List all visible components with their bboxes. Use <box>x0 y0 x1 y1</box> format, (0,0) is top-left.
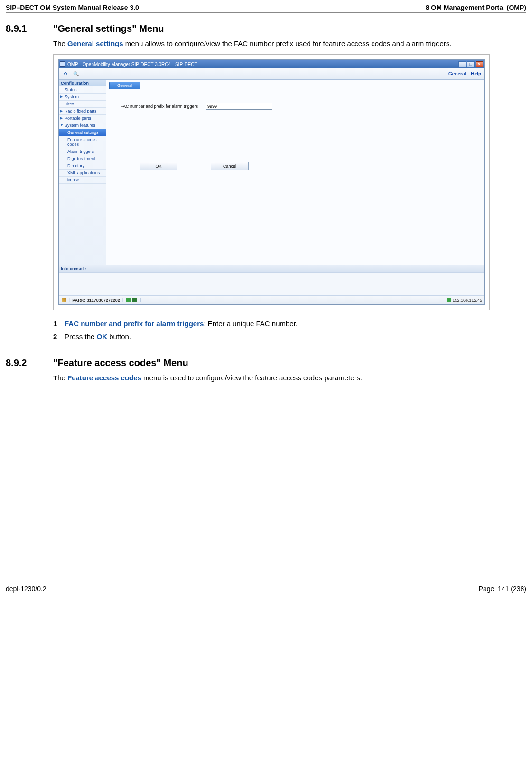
pencil-icon <box>62 298 66 302</box>
tab-general[interactable]: General <box>109 82 140 89</box>
step-num: 2 <box>53 332 65 340</box>
heading-text: "General settings" Menu <box>53 23 164 34</box>
sidebar-item-portable[interactable]: ▶Portable parts <box>59 115 106 122</box>
chevron-down-icon: ▼ <box>60 123 64 127</box>
sidebar-item-fac[interactable]: Feature access codes <box>59 136 106 148</box>
step-bold: OK <box>97 332 108 340</box>
close-button[interactable]: × <box>476 61 483 67</box>
sidebar-header: Configuration <box>59 80 106 86</box>
sidebar-item-xml[interactable]: XML applications <box>59 170 106 177</box>
step-text: : Enter a unique FAC number. <box>204 320 298 328</box>
sidebar-item-label: System <box>65 94 79 99</box>
statusbar: | PARK: 31178307272202 | | 152.166.112.4… <box>59 296 484 304</box>
status-ip: 152.166.112.45 <box>452 298 482 302</box>
intro-bold: Feature access codes <box>67 374 141 382</box>
chevron-right-icon: ▶ <box>60 94 63 99</box>
footer-left: depl-1230/0.2 <box>6 585 47 593</box>
step-1: 1 FAC number and prefix for alarm trigge… <box>53 320 507 328</box>
status-park: PARK: 31178307272202 <box>72 298 120 302</box>
sidebar-item-label: System features <box>65 123 95 128</box>
sidebar-item-status[interactable]: Status <box>59 86 106 94</box>
window-title: OMP - OpenMobility Manager SIP-DECT 3.0R… <box>67 62 457 67</box>
fac-input[interactable] <box>206 103 272 110</box>
section-intro: The General settings menu allows to conf… <box>53 39 507 48</box>
heading-8-9-2: 8.9.2 "Feature access codes" Menu <box>6 358 526 368</box>
sidebar-item-general-settings[interactable]: General settings <box>59 129 106 136</box>
info-console-body <box>59 272 484 296</box>
toolbar: ✿ 🔍 General Help <box>59 68 484 80</box>
intro-bold: General settings <box>67 39 123 47</box>
heading-8-9-1: 8.9.1 "General settings" Menu <box>6 23 526 34</box>
toolbar-link-general[interactable]: General <box>448 71 466 76</box>
sidebar-item-radio[interactable]: ▶Radio fixed parts <box>59 108 106 115</box>
step-list: 1 FAC number and prefix for alarm trigge… <box>53 320 507 340</box>
screenshot-frame: OMP - OpenMobility Manager SIP-DECT 3.0R… <box>53 54 490 310</box>
heading-num: 8.9.1 <box>6 23 53 34</box>
minimize-button[interactable]: _ <box>458 61 466 67</box>
chevron-right-icon: ▶ <box>60 109 63 113</box>
search-icon[interactable]: 🔍 <box>72 70 80 78</box>
network-icon <box>447 298 451 302</box>
step-2: 2 Press the OK button. <box>53 332 507 340</box>
ok-button[interactable]: OK <box>140 162 177 170</box>
sidebar-item-sites[interactable]: Sites <box>59 101 106 108</box>
step-num: 1 <box>53 320 65 328</box>
step-bold: FAC number and prefix for alarm triggers <box>65 320 204 328</box>
intro-suffix: menu is used to configure/view the featu… <box>141 374 362 382</box>
fac-label: FAC number and prefix for alarm triggers <box>121 104 206 109</box>
heading-text: "Feature access codes" Menu <box>53 358 188 368</box>
section2-intro: The Feature access codes menu is used to… <box>53 373 507 383</box>
status-icon <box>132 298 137 302</box>
sidebar-item-label: Radio fixed parts <box>65 109 97 113</box>
sidebar-item-license[interactable]: License <box>59 177 106 184</box>
sidebar-item-directory[interactable]: Directory <box>59 162 106 170</box>
status-icon <box>126 298 131 302</box>
toolbar-link-help[interactable]: Help <box>471 71 481 76</box>
step-before: Press the <box>65 332 97 340</box>
sidebar-item-system[interactable]: ▶System <box>59 94 106 101</box>
sidebar: Configuration Status ▶System Sites ▶Radi… <box>59 80 106 265</box>
app-icon <box>60 61 65 67</box>
sidebar-item-sysfeatures[interactable]: ▼System features <box>59 122 106 129</box>
intro-prefix: The <box>53 374 67 382</box>
footer-right: Page: 141 (238) <box>479 585 526 593</box>
window-titlebar: OMP - OpenMobility Manager SIP-DECT 3.0R… <box>59 60 484 68</box>
info-console-header: Info console <box>59 265 484 272</box>
sidebar-item-label: Portable parts <box>65 116 91 121</box>
cancel-button[interactable]: Cancel <box>211 162 249 170</box>
maximize-button[interactable]: □ <box>467 61 475 67</box>
gear-icon[interactable]: ✿ <box>62 70 69 78</box>
heading-num: 8.9.2 <box>6 358 53 368</box>
intro-prefix: The <box>53 39 67 47</box>
doc-title-right: 8 OM Management Portal (OMP) <box>426 4 526 11</box>
doc-title-left: SIP–DECT OM System Manual Release 3.0 <box>6 4 139 11</box>
step-after: button. <box>107 332 131 340</box>
chevron-right-icon: ▶ <box>60 116 63 120</box>
content-pane: General FAC number and prefix for alarm … <box>106 80 484 265</box>
sidebar-item-digit[interactable]: Digit treatment <box>59 155 106 162</box>
sidebar-item-alarm[interactable]: Alarm triggers <box>59 148 106 155</box>
intro-suffix: menu allows to configure/view the FAC nu… <box>123 39 452 47</box>
app-window: OMP - OpenMobility Manager SIP-DECT 3.0R… <box>58 59 485 305</box>
